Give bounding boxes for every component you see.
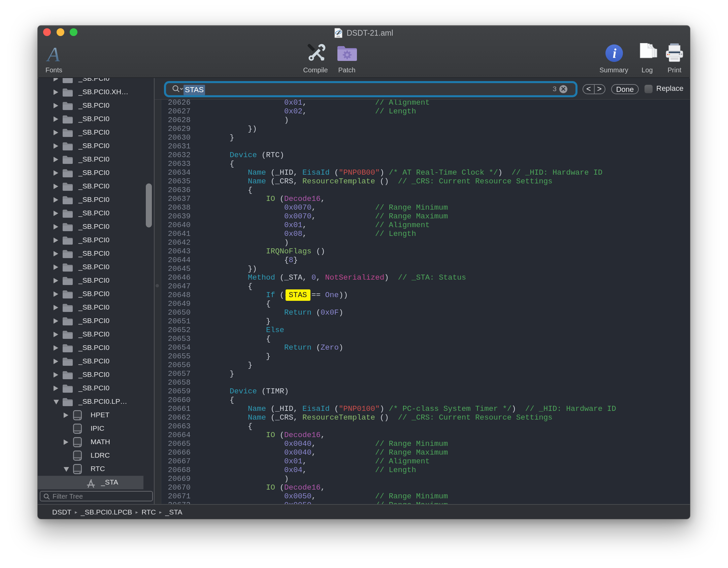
svg-text:AML: AML bbox=[337, 35, 340, 37]
svg-text:A: A bbox=[46, 45, 60, 64]
svg-text:i: i bbox=[613, 46, 616, 61]
